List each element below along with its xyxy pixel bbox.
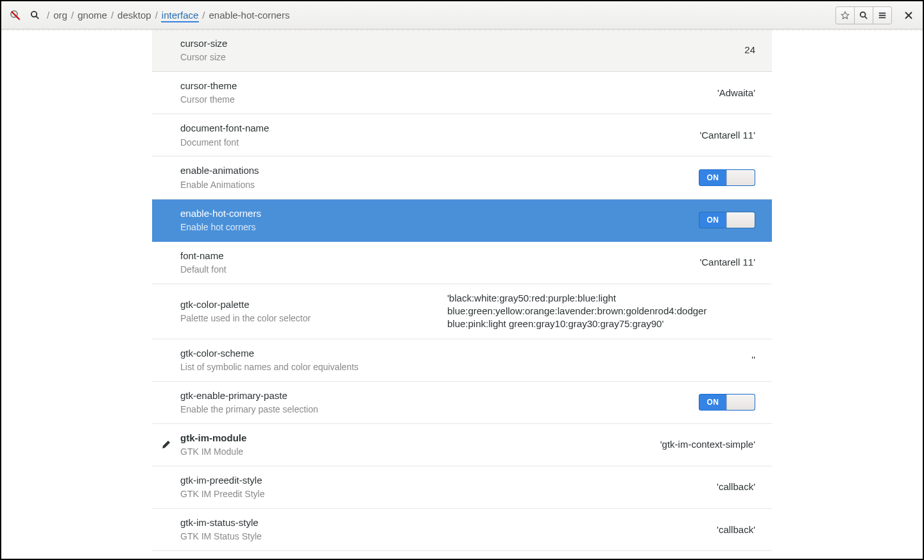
breadcrumb-search-icon[interactable] bbox=[30, 10, 40, 21]
row-value: 'Cantarell 11' bbox=[699, 129, 755, 142]
svg-line-6 bbox=[865, 16, 867, 18]
row-summary: GTK IM Status Style bbox=[180, 530, 262, 543]
settings-row[interactable]: enable-hot-cornersEnable hot cornersON bbox=[152, 199, 772, 242]
search-icon bbox=[859, 11, 868, 20]
settings-row[interactable]: document-font-nameDocument font'Cantarel… bbox=[152, 114, 772, 157]
settings-list: cursor-sizeCursor size24cursor-themeCurs… bbox=[152, 30, 772, 559]
breadcrumb-sep: / bbox=[153, 10, 160, 21]
headerbar: / org / gnome / desktop / interface / en… bbox=[1, 1, 923, 30]
row-value: 'Adwaita' bbox=[717, 87, 755, 99]
row-labels: enable-animationsEnable Animations bbox=[180, 164, 259, 191]
row-key: enable-animations bbox=[180, 164, 259, 177]
settings-row[interactable]: gtk-im-moduleGTK IM Module'gtk-im-contex… bbox=[152, 424, 772, 466]
row-labels: font-nameDefault font bbox=[180, 250, 227, 276]
row-key: gtk-im-module bbox=[180, 432, 246, 445]
svg-point-5 bbox=[860, 12, 866, 17]
row-labels: gtk-im-preedit-styleGTK IM Preedit Style bbox=[180, 474, 264, 500]
hamburger-icon bbox=[878, 11, 887, 20]
toggle-switch[interactable]: ON bbox=[699, 394, 755, 411]
row-summary: Document font bbox=[180, 137, 269, 149]
row-labels: cursor-themeCursor theme bbox=[180, 80, 237, 106]
row-labels: enable-hot-cornersEnable hot corners bbox=[180, 207, 261, 233]
row-key: enable-hot-corners bbox=[180, 207, 261, 220]
settings-row[interactable]: cursor-themeCursor theme'Adwaita' bbox=[152, 72, 772, 114]
row-value: 'callback' bbox=[717, 523, 755, 536]
close-icon bbox=[905, 12, 912, 19]
row-key: font-name bbox=[180, 250, 227, 262]
switch-handle bbox=[726, 170, 755, 185]
breadcrumb-leaf[interactable]: enable-hot-corners bbox=[209, 8, 291, 22]
row-summary: Enable Animations bbox=[180, 179, 259, 191]
search-button[interactable] bbox=[854, 6, 873, 24]
toggle-switch[interactable]: ON bbox=[699, 169, 755, 186]
settings-row[interactable]: gtk-enable-primary-pasteEnable the prima… bbox=[152, 382, 772, 424]
breadcrumb-sep: / bbox=[45, 10, 51, 21]
row-gutter bbox=[152, 439, 180, 450]
row-value: 'black:white:gray50:red:purple:blue:ligh… bbox=[447, 292, 755, 331]
settings-row[interactable]: gtk-color-palettePalette used in the col… bbox=[152, 284, 772, 339]
breadcrumb-interface[interactable]: interface bbox=[161, 8, 200, 22]
settings-row[interactable]: font-nameDefault font'Cantarell 11' bbox=[152, 242, 772, 284]
breadcrumb-desktop[interactable]: desktop bbox=[117, 8, 152, 22]
row-summary: Enable hot corners bbox=[180, 221, 261, 233]
row-labels: gtk-enable-primary-pasteEnable the prima… bbox=[180, 389, 318, 416]
window-close-button[interactable] bbox=[900, 6, 918, 24]
row-labels: gtk-color-schemeList of symbolic names a… bbox=[180, 347, 359, 373]
row-key: document-font-name bbox=[180, 122, 269, 135]
breadcrumb-sep: / bbox=[69, 10, 76, 21]
switch-on-label: ON bbox=[699, 216, 726, 225]
breadcrumb-org[interactable]: org bbox=[53, 8, 68, 22]
breadcrumb: / org / gnome / desktop / interface / en… bbox=[45, 8, 290, 22]
toggle-switch[interactable]: ON bbox=[699, 212, 755, 228]
breadcrumb-sep: / bbox=[200, 10, 207, 21]
row-value: '' bbox=[751, 353, 755, 366]
row-labels: gtk-im-moduleGTK IM Module bbox=[180, 432, 246, 458]
content-area: cursor-sizeCursor size24cursor-themeCurs… bbox=[1, 30, 923, 559]
row-summary: GTK IM Module bbox=[180, 446, 246, 458]
row-labels: gtk-im-status-styleGTK IM Status Style bbox=[180, 516, 262, 543]
breadcrumb-sep: / bbox=[109, 10, 116, 21]
row-summary: Enable the primary paste selection bbox=[180, 403, 318, 416]
settings-row[interactable]: gtk-im-preedit-styleGTK IM Preedit Style… bbox=[152, 466, 772, 509]
row-key: gtk-enable-primary-paste bbox=[180, 389, 318, 402]
row-summary: Cursor size bbox=[180, 51, 227, 64]
row-value: 24 bbox=[744, 44, 755, 56]
row-labels: gtk-color-palettePalette used in the col… bbox=[180, 298, 311, 325]
switch-handle bbox=[726, 395, 755, 410]
row-key: cursor-theme bbox=[180, 80, 237, 92]
row-value: 'gtk-im-context-simple' bbox=[660, 438, 755, 451]
row-key: gtk-color-palette bbox=[180, 298, 311, 311]
row-summary: List of symbolic names and color equival… bbox=[180, 361, 359, 373]
switch-on-label: ON bbox=[699, 173, 726, 182]
star-icon bbox=[841, 11, 850, 20]
settings-row[interactable]: gtk-im-status-styleGTK IM Status Style'c… bbox=[152, 509, 772, 551]
pencil-icon bbox=[161, 439, 171, 450]
row-value: 'callback' bbox=[717, 480, 755, 493]
menu-button[interactable] bbox=[873, 6, 892, 24]
row-key: gtk-color-scheme bbox=[180, 347, 359, 360]
row-key: gtk-im-preedit-style bbox=[180, 474, 264, 487]
row-key: cursor-size bbox=[180, 37, 227, 50]
row-labels: cursor-sizeCursor size bbox=[180, 37, 227, 64]
row-summary: Default font bbox=[180, 264, 227, 276]
settings-row[interactable]: cursor-sizeCursor size24 bbox=[152, 30, 772, 72]
settings-row[interactable]: gtk-color-schemeList of symbolic names a… bbox=[152, 339, 772, 382]
settings-row[interactable]: enable-animationsEnable AnimationsON bbox=[152, 157, 772, 199]
svg-line-2 bbox=[12, 12, 19, 19]
bookmark-button[interactable] bbox=[835, 6, 855, 24]
row-key: gtk-im-status-style bbox=[180, 516, 262, 529]
row-summary: Palette used in the color selector bbox=[180, 312, 311, 325]
row-labels: document-font-nameDocument font bbox=[180, 122, 269, 148]
row-value: 'Cantarell 11' bbox=[699, 256, 755, 269]
row-summary: Cursor theme bbox=[180, 94, 237, 106]
row-summary: GTK IM Preedit Style bbox=[180, 488, 264, 500]
breadcrumb-gnome[interactable]: gnome bbox=[77, 8, 108, 22]
switch-on-label: ON bbox=[699, 398, 726, 407]
app-icon bbox=[9, 9, 22, 22]
svg-line-4 bbox=[36, 17, 38, 19]
switch-handle bbox=[726, 212, 755, 228]
svg-point-3 bbox=[31, 12, 36, 17]
